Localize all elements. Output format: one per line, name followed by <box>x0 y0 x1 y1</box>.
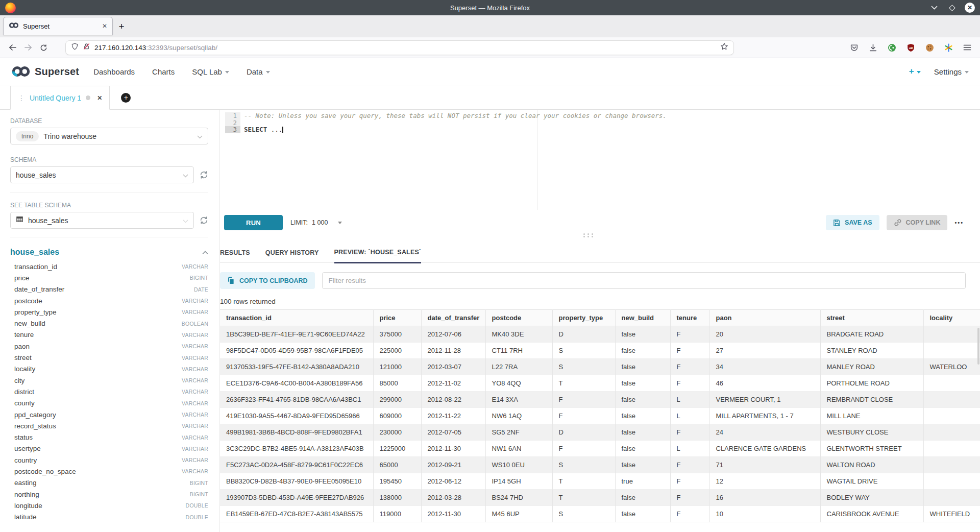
database-select[interactable]: trino Trino warehouse <box>10 128 208 144</box>
ublock-shield-icon[interactable]: uB <box>906 43 915 52</box>
column-type: DOUBLE <box>186 514 208 520</box>
window-close-icon[interactable]: ✕ <box>965 3 975 13</box>
results-toolbar: COPY TO CLIPBOARD <box>220 272 980 289</box>
shield-icon[interactable] <box>71 42 79 53</box>
url-bar[interactable]: 217.160.120.143:32393/superset/sqllab/ <box>65 40 734 55</box>
schema-column-row: longitudeDOUBLE <box>14 500 208 511</box>
schema-column-row: record_statusVARCHAR <box>14 420 208 431</box>
green-extension-icon[interactable] <box>887 43 896 52</box>
column-name: latitude <box>14 513 37 521</box>
nav-item-data[interactable]: Data <box>247 67 270 76</box>
column-header-street[interactable]: street <box>820 310 923 326</box>
schema-column-row: localityVARCHAR <box>14 364 208 375</box>
copy-link-button[interactable]: COPY LINK <box>887 215 948 230</box>
cookie-extension-icon[interactable] <box>925 43 934 52</box>
column-header-postcode[interactable]: postcode <box>485 310 552 326</box>
schema-column-row: countryVARCHAR <box>14 454 208 466</box>
schema-column-row: ppd_categoryVARCHAR <box>14 409 208 420</box>
column-header-new-build[interactable]: new_build <box>615 310 670 326</box>
collapse-chevron-up-icon[interactable] <box>202 248 208 257</box>
table-cell: F <box>670 506 709 522</box>
tab-state-dot-icon <box>86 95 90 100</box>
schema-select[interactable]: house_sales <box>10 166 194 183</box>
results-tab-results[interactable]: RESULTS <box>220 249 250 262</box>
save-as-button[interactable]: SAVE AS <box>826 215 879 230</box>
copy-to-clipboard-button[interactable]: COPY TO CLIPBOARD <box>220 272 315 289</box>
settings-menu[interactable]: Settings <box>934 67 969 76</box>
nav-item-label: SQL Lab <box>192 67 222 76</box>
column-header-locality[interactable]: locality <box>923 310 980 326</box>
schema-column-row: latitudeDOUBLE <box>14 512 208 523</box>
table-cell: PORTHOLME ROAD <box>820 375 923 392</box>
reload-icon[interactable] <box>36 40 51 55</box>
column-header-price[interactable]: price <box>373 310 421 326</box>
nav-item-sql-lab[interactable]: SQL Lab <box>192 67 229 76</box>
table-name-heading[interactable]: house_sales <box>10 248 59 257</box>
column-header-tenure[interactable]: tenure <box>670 310 709 326</box>
window-maximize-icon[interactable] <box>947 3 957 13</box>
new-tab-button[interactable]: + <box>113 18 130 35</box>
query-tab-close-icon[interactable]: ✕ <box>97 94 102 102</box>
table-scrollbar[interactable] <box>977 328 979 365</box>
bookmark-star-icon[interactable] <box>720 42 728 53</box>
table-cell <box>923 457 980 473</box>
browser-tab-superset[interactable]: Superset ✕ <box>3 17 113 35</box>
results-tab-query-history[interactable]: QUERY HISTORY <box>265 249 319 262</box>
query-tab-title[interactable]: Untitled Query 1 <box>30 94 81 102</box>
editor-code[interactable]: -- Note: Unless you save your query, the… <box>244 112 970 133</box>
nav-item-charts[interactable]: Charts <box>152 67 175 76</box>
table-cell: WAGTAIL DRIVE <box>820 473 923 490</box>
tab-close-icon[interactable]: ✕ <box>102 22 107 30</box>
table-cell: CLARENCE GATE GARDENS <box>709 441 820 457</box>
column-header-property-type[interactable]: property_type <box>552 310 615 326</box>
browser-tabstrip: Superset ✕ + <box>0 15 980 37</box>
table-cell: F <box>670 359 709 375</box>
menu-hamburger-icon[interactable] <box>963 43 972 52</box>
back-icon[interactable] <box>5 40 20 55</box>
download-icon[interactable] <box>868 43 877 52</box>
column-header-paon[interactable]: paon <box>709 310 820 326</box>
add-query-tab-button[interactable]: + <box>121 93 131 103</box>
query-tab[interactable]: ⋮ Untitled Query 1 ✕ <box>10 86 110 110</box>
results-tab-preview[interactable]: PREVIEW: `HOUSE_SALES` <box>334 249 422 263</box>
table-cell: false <box>615 506 670 522</box>
limit-dropdown[interactable]: LIMIT: 1 000 <box>290 219 342 226</box>
table-cell: 419E1030-9A55-4467-8DA9-9FED95D65966 <box>220 408 373 424</box>
run-button[interactable]: RUN <box>224 215 283 230</box>
column-name: county <box>14 399 35 407</box>
pocket-icon[interactable] <box>849 43 859 52</box>
url-text[interactable]: 217.160.120.143:32393/superset/sqllab/ <box>94 44 716 52</box>
column-name: city <box>14 377 24 384</box>
nav-item-dashboards[interactable]: Dashboards <box>93 67 135 76</box>
table-cell: 65000 <box>373 457 421 473</box>
column-type: VARCHAR <box>182 298 208 304</box>
resize-grip-icon[interactable] <box>583 233 595 237</box>
table-cell: E14 3XA <box>485 392 552 408</box>
refresh-tables-icon[interactable] <box>200 216 208 225</box>
schema-column-row: usertypeVARCHAR <box>14 443 208 454</box>
table-cell: WATERLOO <box>923 359 980 375</box>
filter-results-input[interactable] <box>322 272 966 289</box>
query-tabs-bar: ⋮ Untitled Query 1 ✕ + <box>0 85 980 110</box>
sqllab-main: 1 2 3 -- Note: Unless you save your quer… <box>220 110 980 532</box>
table-cell: F <box>670 473 709 490</box>
superset-logo[interactable]: Superset <box>11 65 79 78</box>
more-options-icon[interactable]: ••• <box>954 220 964 226</box>
table-cell: 138000 <box>373 490 421 506</box>
table-cell: F <box>670 457 709 473</box>
refresh-schemas-icon[interactable] <box>200 171 208 179</box>
insecure-lock-icon[interactable] <box>83 42 90 53</box>
sql-editor[interactable]: 1 2 3 -- Note: Unless you save your quer… <box>220 110 980 210</box>
window-minimize-icon[interactable] <box>929 3 939 13</box>
column-header-transaction-id[interactable]: transaction_id <box>220 310 373 326</box>
colorful-asterisk-extension-icon[interactable] <box>944 43 953 52</box>
table-cell: F <box>670 424 709 441</box>
line-number: 1 <box>225 112 240 119</box>
add-new-button[interactable]: + <box>909 66 921 77</box>
table-select[interactable]: house_sales <box>10 212 194 229</box>
forward-icon[interactable] <box>20 40 36 55</box>
table-select-value: house_sales <box>28 216 68 225</box>
table-cell: 2012-06-12 <box>421 473 485 490</box>
column-header-date-of-transfer[interactable]: date_of_transfer <box>421 310 485 326</box>
drag-handle-icon[interactable]: ⋮ <box>18 94 25 102</box>
